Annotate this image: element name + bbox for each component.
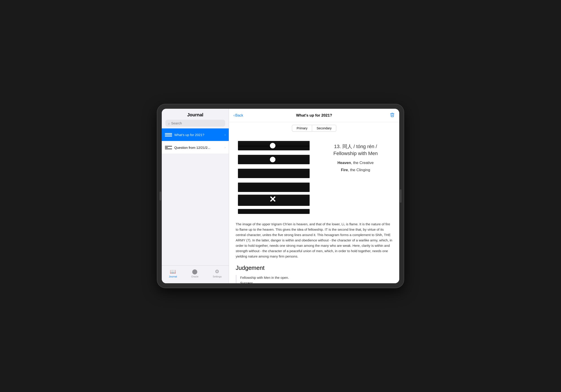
app-container: Journal ⌕ What's up for 2021? (162, 109, 399, 283)
judgement-title: Judgement (236, 265, 392, 271)
list-item[interactable]: What's up for 2021? › (162, 128, 229, 141)
svg-point-3 (270, 143, 275, 148)
svg-rect-1 (238, 141, 310, 143)
trigram-fire: Fire, the Clinging (319, 168, 392, 172)
content-area[interactable]: ✕ 13. 同人 / tóng rén / Fellowship with Me… (229, 134, 399, 283)
oracle-icon: ⬤ (192, 269, 198, 275)
search-input[interactable] (171, 121, 223, 125)
body-text: The image of the upper trigram Ch'ien is… (236, 222, 392, 259)
settings-icon: ⚙ (215, 269, 219, 275)
item-title-1: What's up for 2021? (174, 133, 222, 137)
segment-control: Primary Secondary (229, 122, 399, 134)
delete-button[interactable] (390, 112, 395, 118)
quote-line-1: Fellowship with Men in the open. (240, 275, 392, 280)
quote-block: Fellowship with Men in the open. Success… (236, 275, 392, 283)
back-label: Back (235, 113, 243, 117)
item-title-2: Question from 12/21/2... (174, 146, 222, 149)
search-bar[interactable]: ⌕ (165, 120, 225, 127)
tab-bar: 📖 Journal ⬤ Oracle ⚙ Settings (162, 265, 229, 283)
item-icon-2 (165, 144, 172, 151)
tab-oracle-label: Oracle (191, 275, 198, 278)
svg-rect-14 (238, 209, 310, 214)
hexagram-info: 13. 同人 / tóng rén / Fellowship with Men … (319, 139, 392, 175)
device-frame: Journal ⌕ What's up for 2021? (157, 104, 404, 288)
item-chevron-2: › (225, 146, 226, 149)
list-item-2[interactable]: Question from 12/21/2... › (162, 141, 229, 154)
segment-primary[interactable]: Primary (292, 125, 312, 132)
svg-point-6 (270, 157, 275, 162)
tab-journal[interactable]: 📖 Journal (165, 267, 181, 279)
hexagram-svg: ✕ (236, 139, 312, 215)
main-header: ‹ Back What's up for 2021? (229, 109, 399, 122)
back-chevron-icon: ‹ (233, 113, 235, 118)
main-title: What's up for 2021? (296, 113, 332, 118)
quote-line-2: Success. (240, 280, 392, 283)
tab-settings-label: Settings (213, 275, 222, 278)
item-chevron-1: › (225, 133, 226, 136)
hexagram-number: 13. 同人 / tóng rén / Fellowship with Men (319, 143, 392, 157)
tab-settings[interactable]: ⚙ Settings (209, 267, 225, 279)
sidebar: Journal ⌕ What's up for 2021? (162, 109, 229, 283)
trigram-heaven: Heaven, the Creative (319, 161, 392, 165)
svg-rect-5 (238, 155, 310, 157)
tab-journal-label: Journal (169, 275, 177, 278)
tab-oracle[interactable]: ⬤ Oracle (187, 267, 202, 279)
screen: Journal ⌕ What's up for 2021? (162, 109, 399, 283)
segment-secondary[interactable]: Secondary (312, 125, 336, 132)
sidebar-title: Journal (165, 112, 225, 117)
search-icon: ⌕ (168, 122, 170, 125)
journal-icon: 📖 (170, 269, 176, 275)
svg-text:✕: ✕ (269, 195, 276, 204)
svg-rect-10 (238, 183, 310, 184)
hexagram-image: ✕ (236, 139, 312, 215)
sidebar-list: What's up for 2021? › Question from 12/2… (162, 128, 229, 265)
hexagram-section: ✕ 13. 同人 / tóng rén / Fellowship with Me… (236, 139, 392, 215)
sidebar-header: Journal ⌕ (162, 109, 229, 128)
svg-rect-8 (238, 169, 310, 170)
item-icon-1 (165, 131, 172, 138)
back-button[interactable]: ‹ Back (233, 113, 243, 118)
main-content: ‹ Back What's up for 2021? Pri (229, 109, 399, 283)
